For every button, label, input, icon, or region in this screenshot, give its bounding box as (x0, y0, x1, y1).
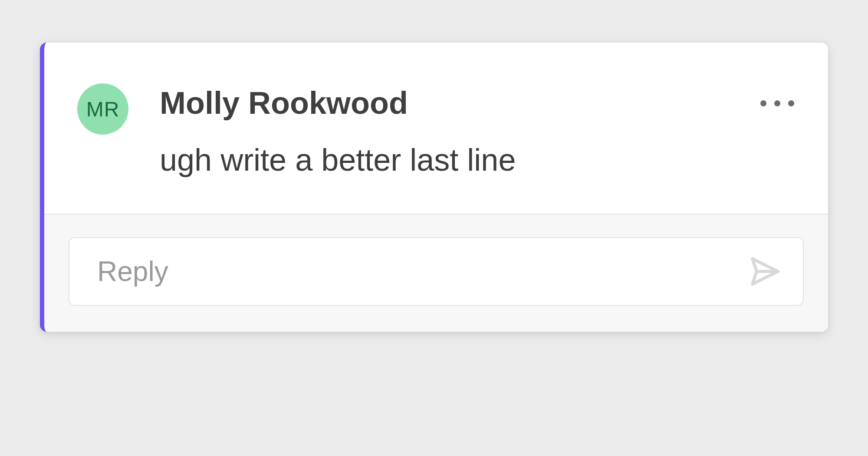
reply-region (44, 215, 828, 332)
comment-main: MR Molly Rookwood ugh write a better las… (44, 43, 828, 214)
reply-input[interactable] (97, 255, 746, 287)
comment-body: ugh write a better last line (160, 141, 798, 178)
send-icon (748, 254, 782, 288)
send-button[interactable] (746, 253, 784, 290)
author-name: Molly Rookwood (160, 86, 408, 120)
comment-header: Molly Rookwood (160, 86, 798, 120)
more-icon (788, 100, 794, 106)
more-icon (774, 100, 780, 106)
more-options-button[interactable] (757, 97, 798, 110)
reply-box (69, 237, 804, 306)
avatar[interactable]: MR (77, 83, 128, 135)
comment-content: Molly Rookwood ugh write a better last l… (128, 86, 798, 179)
more-icon (760, 100, 766, 106)
comment-card: MR Molly Rookwood ugh write a better las… (40, 43, 828, 332)
